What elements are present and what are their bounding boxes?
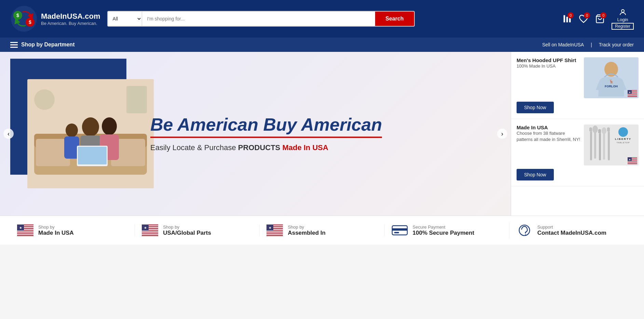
svg-point-15 (82, 117, 99, 136)
strip-item-made-in-usa[interactable]: ★ Shop by Made In USA (10, 224, 135, 236)
ad-card-shirt: Men's Hooded UPF Shirt 100% Made In USA (511, 52, 644, 119)
cart-icon-area[interactable]: 0 (595, 14, 605, 24)
svg-point-89 (525, 234, 526, 235)
svg-rect-5 (564, 15, 565, 23)
strip-item-secure-payment: Secure Payment 100% Secure Payment (385, 222, 509, 238)
svg-point-17 (102, 117, 117, 135)
strip-label-assembled-in: Shop by (288, 224, 326, 230)
logo-title[interactable]: MadeInUSA.com (41, 12, 100, 21)
svg-rect-54 (628, 162, 637, 163)
svg-rect-73 (142, 234, 158, 235)
svg-point-47 (602, 127, 606, 134)
svg-point-44 (592, 126, 598, 133)
hero-banner: ‹ (0, 52, 511, 216)
support-icon (516, 222, 533, 238)
strip-title-assembled-in: Assembled In (288, 230, 326, 236)
svg-rect-42 (590, 131, 592, 160)
ad-flatware-title: Made In USA (517, 125, 580, 130)
wishlist-badge: 0 (584, 12, 590, 18)
svg-rect-46 (603, 133, 605, 160)
svg-rect-80 (266, 231, 283, 232)
svg-point-0 (11, 6, 37, 32)
shop-now-shirt-button[interactable]: Shop Now (517, 102, 554, 113)
us-flag-small-2: ★ (628, 157, 637, 164)
svg-point-23 (34, 89, 55, 110)
ad-shirt-image: FORLOH 🦌 (584, 57, 639, 98)
hero-text-block: Be American Buy American Easily Locate &… (150, 115, 382, 152)
strip-title-secure-payment: 100% Secure Payment (413, 230, 475, 236)
flag-assembled-in: ★ (266, 224, 283, 236)
compare-badge: 0 (567, 12, 574, 18)
hero-prev-arrow[interactable]: ‹ (3, 129, 14, 139)
svg-point-9 (621, 10, 624, 12)
svg-rect-62 (17, 231, 33, 232)
shirt-flag-badge: ★ (628, 90, 637, 97)
search-category-select[interactable]: All (108, 12, 142, 26)
svg-rect-87 (394, 232, 399, 233)
strip-label-made-in-usa: Shop by (38, 224, 74, 230)
flag-made-in-usa: ★ (17, 224, 33, 236)
svg-rect-71 (142, 231, 158, 232)
svg-rect-35 (628, 96, 637, 97)
hero-subtext: Easily Locate & Purchase PRODUCTS Made I… (150, 144, 382, 153)
nav-left: Shop by Department (10, 42, 74, 48)
track-order-link[interactable]: Track your order (599, 42, 634, 47)
header-actions: 0 0 0 Login Register (562, 8, 634, 30)
sell-link[interactable]: Sell on MadeInUSA (542, 42, 584, 47)
svg-rect-63 (17, 232, 33, 233)
ad-flatware-image: LIBERTY TABLETOP (584, 125, 639, 165)
svg-rect-86 (392, 228, 407, 231)
strip-title-support: Contact MadeInUSA.com (537, 230, 606, 236)
svg-rect-82 (266, 234, 283, 235)
ad-shirt-title: Men's Hooded UPF Shirt (517, 57, 580, 63)
us-flag-small: ★ (628, 90, 637, 97)
svg-text:★: ★ (269, 226, 272, 230)
logo-area: $ $ MadeInUSA.com Be American. Buy Ameri… (10, 5, 100, 32)
hero-headline: Be American Buy American (150, 115, 382, 134)
flatware-flag-badge: ★ (628, 157, 637, 164)
hero-next-arrow[interactable]: › (497, 129, 507, 139)
flag-global-parts: ★ (142, 224, 158, 236)
hero-underline-decoration (150, 137, 382, 138)
search-bar: All Search (107, 11, 415, 27)
svg-rect-24 (126, 86, 147, 113)
wishlist-icon-area[interactable]: 0 (579, 14, 588, 24)
main-navbar: Shop by Department Sell on MadeInUSA | T… (0, 38, 644, 52)
shop-now-flatware-button[interactable]: Shop Now (517, 169, 554, 180)
hero-subtext-highlight: PRODUCTS (238, 144, 283, 152)
compare-icon-area[interactable]: 0 (562, 14, 572, 24)
ad-card-flatware: Made In USA Choose from 38 flatware patt… (511, 119, 644, 186)
main-content: ‹ (0, 52, 644, 216)
strip-label-secure-payment: Secure Payment (413, 224, 475, 230)
svg-rect-22 (78, 147, 107, 164)
shop-by-department-label[interactable]: Shop by Department (21, 42, 74, 48)
login-link[interactable]: Login (617, 17, 628, 22)
search-button[interactable]: Search (375, 12, 414, 26)
hamburger-menu[interactable] (10, 42, 18, 48)
svg-rect-45 (599, 133, 601, 160)
strip-title-made-in-usa: Made In USA (38, 230, 74, 236)
svg-rect-81 (266, 232, 283, 233)
svg-text:🦌: 🦌 (609, 79, 614, 84)
register-button[interactable]: Register (612, 23, 634, 30)
bottom-strip: ★ Shop by Made In USA ★ Shop by USA/Glob… (0, 216, 644, 245)
svg-text:LIBERTY: LIBERTY (615, 137, 631, 141)
payment-icon (392, 222, 408, 238)
logo-icon: $ $ (10, 5, 38, 32)
strip-item-global-parts[interactable]: ★ Shop by USA/Global Parts (135, 224, 260, 236)
svg-rect-64 (17, 234, 33, 235)
search-input[interactable] (142, 12, 375, 26)
svg-text:$: $ (16, 13, 19, 18)
svg-text:★: ★ (629, 91, 631, 93)
strip-label-support: Support (537, 224, 606, 230)
logo-text: MadeInUSA.com Be American. Buy American. (41, 12, 100, 26)
svg-text:TABLETOP: TABLETOP (617, 142, 630, 144)
logo-subtitle: Be American. Buy American. (41, 21, 100, 26)
svg-rect-55 (628, 163, 637, 164)
svg-rect-72 (142, 232, 158, 233)
strip-item-support: Support Contact MadeInUSA.com (509, 222, 634, 238)
hero-subtext-suffix: Made In USA (282, 144, 328, 152)
svg-point-39 (618, 127, 628, 137)
svg-text:★: ★ (19, 226, 22, 230)
strip-item-assembled-in[interactable]: ★ Shop by Assembled In (260, 224, 384, 236)
